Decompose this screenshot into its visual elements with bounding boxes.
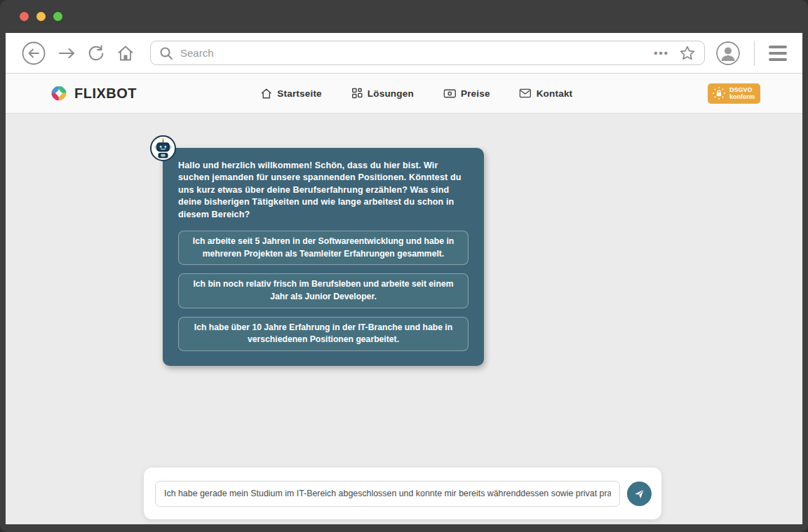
traffic-lights	[20, 12, 62, 21]
title-bar	[0, 0, 808, 33]
quick-reply-option-3[interactable]: Ich habe über 10 Jahre Erfahrung in der …	[178, 317, 469, 351]
bot-message-text: Hallo und herzlich willkommen! Schön, da…	[178, 160, 469, 221]
brand-name: FLIXBOT	[74, 86, 137, 102]
search-input[interactable]	[180, 47, 654, 59]
minimize-window-button[interactable]	[36, 12, 46, 21]
address-search-bar: •••	[150, 41, 705, 65]
banknote-icon	[443, 88, 456, 99]
refresh-button[interactable]	[87, 44, 105, 62]
lock-icon	[712, 86, 726, 100]
back-icon	[21, 41, 46, 66]
account-button[interactable]	[716, 41, 740, 65]
back-button[interactable]	[21, 41, 46, 66]
nav-label: Startseite	[277, 88, 322, 99]
quick-reply-option-2[interactable]: Ich bin noch relativ frisch im Berufsleb…	[178, 273, 469, 308]
mail-icon	[520, 88, 532, 98]
home-icon	[116, 44, 135, 62]
browser-toolbar: •••	[6, 33, 802, 74]
nav-item-loesungen[interactable]: Lösungen	[351, 88, 414, 99]
star-icon	[679, 45, 696, 62]
account-icon	[716, 41, 740, 65]
send-icon	[633, 488, 645, 500]
page-actions-overflow-button[interactable]: •••	[654, 47, 669, 59]
quick-reply-option-1[interactable]: Ich arbeite seit 5 Jahren in der Softwar…	[178, 231, 469, 265]
toolbar-divider	[754, 41, 755, 66]
grid-icon	[351, 88, 363, 99]
send-button[interactable]	[627, 482, 652, 506]
badge-text: DSGVO konform	[729, 86, 755, 101]
site-navbar: FLIXBOT Startseite	[6, 74, 802, 114]
home-icon	[260, 88, 272, 100]
message-composer	[144, 468, 661, 519]
nav-item-preise[interactable]: Preise	[443, 88, 490, 99]
brand-logo[interactable]: FLIXBOT	[49, 83, 137, 103]
chat-message-input[interactable]	[155, 481, 620, 507]
robot-icon	[152, 137, 175, 160]
quick-reply-list: Ich arbeite seit 5 Jahren in der Softwar…	[178, 231, 469, 351]
browser-window: •••	[0, 0, 808, 532]
chat-area: Hallo und herzlich willkommen! Schön, da…	[6, 114, 802, 524]
close-window-button[interactable]	[20, 12, 29, 21]
nav-label: Lösungen	[368, 88, 414, 99]
search-icon	[159, 46, 173, 60]
bot-avatar	[150, 135, 176, 161]
flixbot-pinwheel-icon	[49, 83, 69, 103]
home-button[interactable]	[116, 44, 135, 62]
bookmark-star-button[interactable]	[679, 45, 696, 62]
forward-icon	[58, 46, 76, 61]
nav-menu: Startseite Lösungen Pr	[260, 74, 572, 113]
forward-button[interactable]	[58, 46, 76, 61]
maximize-window-button[interactable]	[53, 12, 62, 21]
refresh-icon	[87, 44, 105, 62]
window-content: •••	[6, 33, 802, 524]
nav-label: Kontakt	[537, 88, 573, 99]
dsgvo-badge: DSGVO konform	[708, 83, 760, 104]
nav-item-startseite[interactable]: Startseite	[260, 88, 322, 100]
menu-button[interactable]	[769, 46, 787, 61]
bot-message-bubble: Hallo und herzlich willkommen! Schön, da…	[163, 148, 484, 366]
nav-label: Preise	[461, 88, 490, 99]
hamburger-icon	[769, 46, 787, 48]
nav-item-kontakt[interactable]: Kontakt	[520, 88, 573, 99]
